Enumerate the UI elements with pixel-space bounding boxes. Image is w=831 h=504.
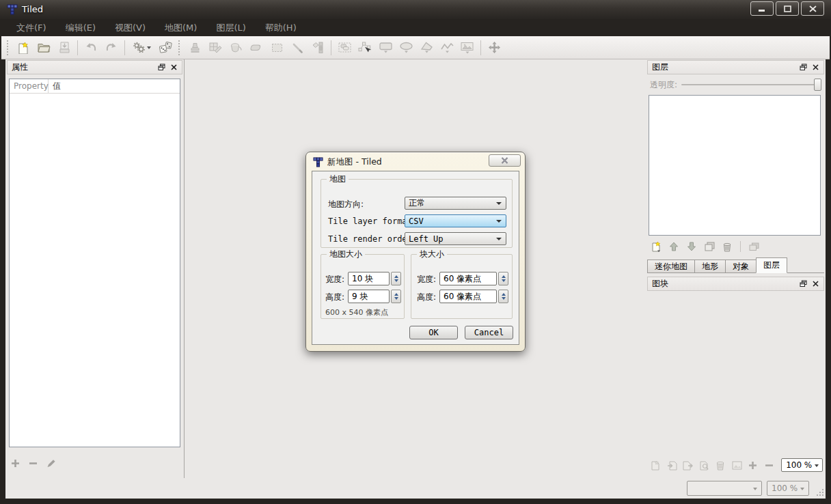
rectangular-select-button[interactable] bbox=[267, 38, 287, 57]
close-button[interactable] bbox=[801, 1, 824, 16]
tile-layer-format-select[interactable]: CSV bbox=[405, 214, 506, 227]
float-panel-button[interactable] bbox=[798, 279, 808, 289]
tile-height-spinner[interactable]: 60 像素点 bbox=[439, 290, 508, 303]
spin-buttons[interactable] bbox=[391, 290, 401, 303]
import-tileset-icon bbox=[667, 460, 677, 471]
edit-polygons-button[interactable] bbox=[355, 38, 375, 57]
maximize-button[interactable] bbox=[776, 1, 799, 16]
bucket-fill-button[interactable] bbox=[226, 38, 246, 57]
insert-polyline-button[interactable] bbox=[437, 38, 457, 57]
menu-help[interactable]: 帮助(H) bbox=[256, 20, 306, 36]
dialog-titlebar[interactable]: 新地图 - Tiled bbox=[313, 156, 382, 168]
new-tileset-button[interactable] bbox=[649, 458, 663, 472]
opacity-slider[interactable] bbox=[681, 79, 821, 91]
tab-objects[interactable]: 对象 bbox=[725, 260, 757, 273]
tab-terrains[interactable]: 地形 bbox=[694, 260, 726, 273]
dialog-close-button[interactable] bbox=[489, 154, 521, 167]
eraser-button[interactable] bbox=[246, 38, 267, 57]
highlight-layer-button[interactable] bbox=[746, 240, 761, 253]
open-file-button[interactable] bbox=[33, 38, 54, 57]
insert-ellipse-button[interactable] bbox=[396, 38, 416, 57]
insert-rectangle-button[interactable] bbox=[375, 38, 396, 57]
edit-polygons-icon bbox=[358, 42, 372, 53]
execute-commands-button[interactable] bbox=[128, 38, 155, 57]
delete-layer-button[interactable] bbox=[720, 240, 735, 253]
properties-table[interactable]: Property 值 bbox=[9, 79, 180, 447]
remove-property-button[interactable] bbox=[29, 459, 38, 470]
orientation-select[interactable]: 正常 bbox=[405, 197, 506, 210]
zoom-in-button[interactable] bbox=[746, 458, 761, 472]
spin-down-icon bbox=[394, 279, 398, 282]
toolbar-drag-handle[interactable] bbox=[178, 40, 182, 55]
new-tileset-icon bbox=[651, 460, 660, 471]
menu-layer[interactable]: 图层(L) bbox=[206, 20, 255, 36]
magic-wand-button[interactable] bbox=[287, 38, 308, 57]
undo-button[interactable] bbox=[81, 38, 101, 57]
zoom-out-button[interactable] bbox=[762, 458, 776, 472]
map-height-spinner[interactable]: 9 块 bbox=[348, 290, 401, 303]
close-panel-button[interactable] bbox=[810, 279, 821, 289]
statusbar-layer-select[interactable] bbox=[687, 481, 762, 496]
toolbar-separator bbox=[77, 40, 78, 55]
slider-handle[interactable] bbox=[814, 79, 821, 91]
raise-layer-button[interactable] bbox=[666, 240, 681, 253]
tab-layers[interactable]: 图层 bbox=[756, 257, 787, 273]
maximize-icon bbox=[784, 5, 791, 12]
menu-view[interactable]: 视图(V) bbox=[105, 20, 155, 36]
statusbar-zoom-select[interactable]: 100 % bbox=[767, 481, 809, 496]
tileset-zoom-select[interactable]: 100 % bbox=[781, 458, 823, 472]
edit-tileset-button[interactable] bbox=[730, 458, 744, 472]
new-map-button[interactable] bbox=[13, 38, 33, 57]
insert-polyline-icon bbox=[440, 42, 454, 53]
float-panel-button[interactable] bbox=[156, 63, 167, 72]
insert-tile-button[interactable] bbox=[457, 38, 478, 57]
terrain-brush-button[interactable] bbox=[205, 38, 226, 57]
toolbar-drag-handle[interactable] bbox=[7, 40, 10, 55]
close-panel-button[interactable] bbox=[169, 63, 179, 72]
ok-button[interactable]: OK bbox=[409, 326, 458, 339]
spin-buttons[interactable] bbox=[498, 272, 508, 285]
layers-list[interactable] bbox=[649, 95, 821, 236]
map-width-spinner[interactable]: 10 块 bbox=[348, 272, 401, 285]
import-tileset-button[interactable] bbox=[665, 458, 679, 472]
save-file-button[interactable] bbox=[54, 38, 74, 57]
spin-buttons[interactable] bbox=[391, 272, 401, 285]
export-tileset-button[interactable] bbox=[681, 458, 696, 472]
column-property[interactable]: Property bbox=[10, 79, 49, 93]
delete-tileset-button[interactable] bbox=[713, 458, 728, 472]
select-objects-button[interactable] bbox=[334, 38, 355, 57]
lower-layer-button[interactable] bbox=[684, 240, 699, 253]
menu-map[interactable]: 地图(M) bbox=[155, 20, 206, 36]
random-mode-button[interactable] bbox=[155, 38, 176, 57]
tile-height-value[interactable]: 60 像素点 bbox=[439, 290, 497, 303]
cancel-button[interactable]: Cancel bbox=[465, 326, 513, 339]
add-property-button[interactable] bbox=[11, 459, 20, 470]
edit-property-button[interactable] bbox=[46, 459, 56, 470]
tilesets-panel-title: 图块 bbox=[652, 278, 668, 290]
tile-render-order-select[interactable]: Left Up bbox=[405, 232, 506, 245]
minimize-button[interactable] bbox=[750, 1, 774, 16]
tile-width-spinner[interactable]: 60 像素点 bbox=[439, 272, 508, 285]
spin-buttons[interactable] bbox=[498, 290, 508, 303]
tiled-logo-icon bbox=[7, 4, 18, 15]
tileset-properties-button[interactable] bbox=[697, 458, 711, 472]
map-height-value[interactable]: 9 块 bbox=[348, 290, 390, 303]
redo-button[interactable] bbox=[101, 38, 122, 57]
menu-edit[interactable]: 编辑(E) bbox=[56, 20, 105, 36]
pan-tool-button[interactable] bbox=[484, 38, 504, 57]
float-panel-button[interactable] bbox=[798, 63, 808, 72]
duplicate-layer-button[interactable] bbox=[702, 240, 717, 253]
close-panel-button[interactable] bbox=[810, 63, 821, 72]
menu-file[interactable]: 文件(F) bbox=[7, 20, 56, 36]
new-layer-button[interactable] bbox=[649, 240, 664, 253]
tile-width-value[interactable]: 60 像素点 bbox=[439, 272, 497, 285]
stamp-brush-button[interactable] bbox=[185, 38, 205, 57]
map-width-value[interactable]: 10 块 bbox=[348, 272, 390, 285]
insert-polygon-button[interactable] bbox=[416, 38, 437, 57]
select-same-tile-button[interactable] bbox=[308, 38, 328, 57]
resize-grip[interactable] bbox=[816, 488, 824, 496]
image-icon bbox=[732, 461, 742, 470]
tile-size-group-label: 块大小 bbox=[417, 249, 447, 260]
tab-minimap[interactable]: 迷你地图 bbox=[647, 260, 695, 273]
column-value[interactable]: 值 bbox=[49, 81, 61, 92]
